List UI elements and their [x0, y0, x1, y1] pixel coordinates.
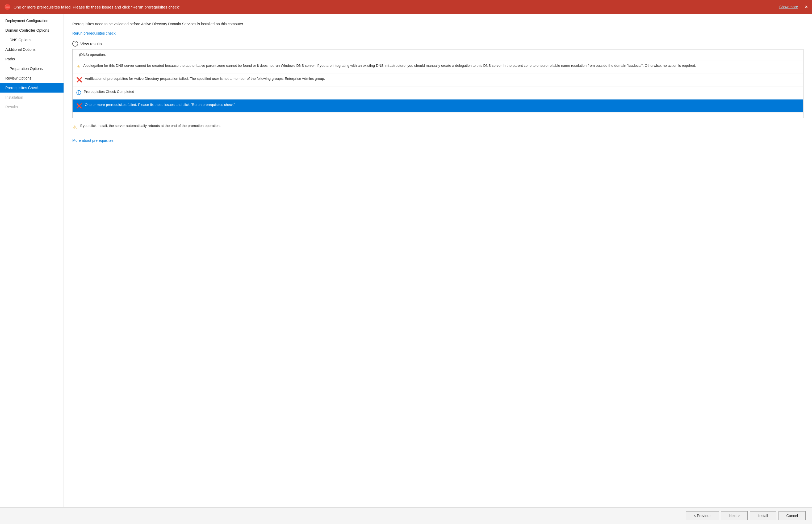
- result-item-dns-delegation: ⚠ A delegation for this DNS server canno…: [72, 60, 803, 73]
- bottom-warning: ⚠ If you click Install, the server autom…: [72, 123, 803, 131]
- error-banner-text: One or more prerequisites failed. Please…: [14, 5, 777, 9]
- sidebar-item-deployment-configuration[interactable]: Deployment Configuration: [0, 16, 64, 26]
- show-more-link[interactable]: Show more: [779, 5, 798, 9]
- warning-triangle-icon: ⚠: [76, 63, 81, 70]
- error-circle-highlighted-icon: ❌: [76, 102, 82, 110]
- view-results-label: View results: [80, 42, 102, 46]
- bottom-warning-icon: ⚠: [72, 124, 77, 131]
- cancel-button[interactable]: Cancel: [778, 511, 806, 520]
- error-circle-icon: ❌: [76, 76, 82, 83]
- result-text-final-error: One or more prerequisites failed. Please…: [85, 102, 799, 108]
- footer: < Previous Next > Install Cancel: [0, 507, 812, 524]
- close-banner-button[interactable]: ×: [805, 4, 808, 10]
- result-item-final-error: ❌ One or more prerequisites failed. Plea…: [72, 99, 803, 113]
- result-text-ad-prep-error: Verification of prerequisites for Active…: [85, 76, 799, 81]
- sidebar-item-installation: Installation: [0, 93, 64, 102]
- chevron-up-icon: ⌃: [72, 41, 78, 47]
- install-button[interactable]: Install: [750, 511, 776, 520]
- result-item-check-completed: ⓘ Prerequisites Check Completed: [72, 86, 803, 99]
- result-item-dns-operation: (DNS) operation.: [72, 49, 803, 60]
- bottom-warning-text: If you click Install, the server automat…: [80, 123, 221, 129]
- previous-button[interactable]: < Previous: [686, 511, 719, 520]
- info-circle-icon: ⓘ: [76, 89, 81, 97]
- content-area: Prerequisites need to be validated befor…: [64, 14, 812, 507]
- sidebar-item-preparation-options[interactable]: Preparation Options: [0, 64, 64, 73]
- rerun-link[interactable]: Rerun prerequisites check: [72, 31, 803, 35]
- sidebar-item-domain-controller-options[interactable]: Domain Controller Options: [0, 26, 64, 35]
- sidebar-item-dns-options[interactable]: DNS Options: [0, 35, 64, 45]
- sidebar-item-prerequisites-check[interactable]: Prerequisites Check: [0, 83, 64, 93]
- result-text-dns-operation: (DNS) operation.: [79, 52, 799, 58]
- results-box[interactable]: (DNS) operation. ⚠ A delegation for this…: [72, 49, 803, 118]
- error-banner-icon: ⛔: [4, 4, 11, 10]
- sidebar-item-paths[interactable]: Paths: [0, 54, 64, 64]
- sidebar-item-additional-options[interactable]: Additional Options: [0, 45, 64, 54]
- view-results-toggle[interactable]: ⌃ View results: [72, 41, 803, 47]
- sidebar-item-review-options[interactable]: Review Options: [0, 73, 64, 83]
- error-banner: ⛔ One or more prerequisites failed. Plea…: [0, 0, 812, 14]
- sidebar: Deployment Configuration Domain Controll…: [0, 14, 64, 507]
- result-text-dns-delegation: A delegation for this DNS server cannot …: [83, 63, 799, 68]
- result-item-ad-prep-error: ❌ Verification of prerequisites for Acti…: [72, 73, 803, 86]
- sidebar-item-results: Results: [0, 102, 64, 112]
- main-layout: Deployment Configuration Domain Controll…: [0, 14, 812, 507]
- result-text-check-completed: Prerequisites Check Completed: [84, 89, 799, 95]
- next-button[interactable]: Next >: [721, 511, 748, 520]
- more-about-prerequisites-link[interactable]: More about prerequisites: [72, 138, 803, 143]
- content-intro: Prerequisites need to be validated befor…: [72, 21, 803, 27]
